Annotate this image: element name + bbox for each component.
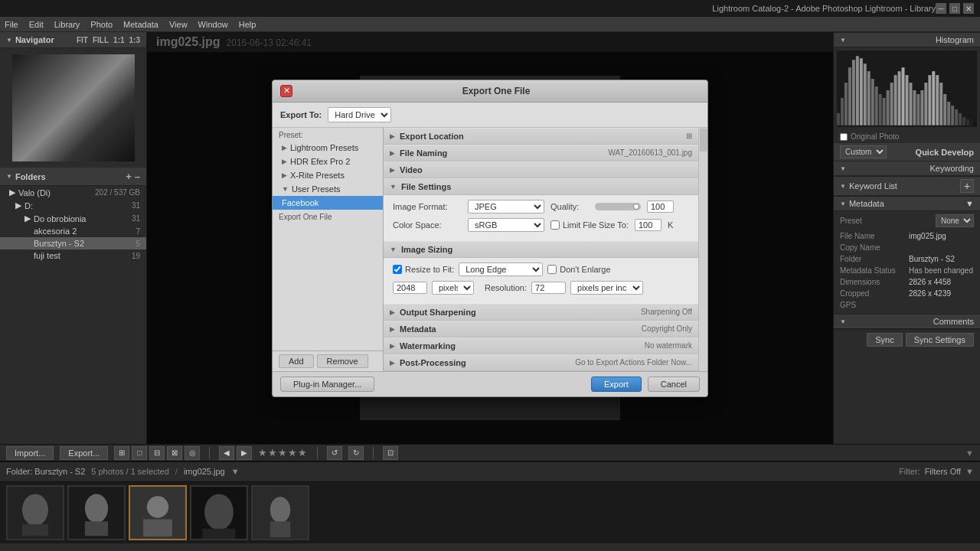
menu-window[interactable]: Window	[198, 20, 228, 29]
menu-view[interactable]: View	[169, 20, 188, 29]
folder-valo-expand: ▶	[9, 187, 15, 197]
dont-enlarge-label: Don't Enlarge	[547, 265, 610, 274]
menu-metadata[interactable]: Metadata	[123, 20, 158, 29]
output-sharpening-header[interactable]: ▶ Output Sharpening Sharpening Off	[384, 304, 698, 321]
metadata-header[interactable]: ▼ Metadata ▼	[834, 196, 980, 211]
grid-view-button[interactable]: ⊞	[114, 446, 129, 460]
minimize-button[interactable]: ─	[936, 3, 946, 14]
scroll-handle[interactable]	[700, 129, 707, 152]
modal-close-button[interactable]: ✕	[280, 85, 292, 97]
original-photo-checkbox[interactable]	[840, 133, 848, 141]
quality-input[interactable]	[647, 201, 674, 213]
filter-dropdown-icon[interactable]: ▼	[965, 467, 974, 476]
plugin-manager-button[interactable]: Plug-in Manager...	[280, 377, 374, 392]
menu-photo[interactable]: Photo	[90, 20, 113, 29]
metadata-preset-select[interactable]: None	[936, 214, 974, 227]
preset-xrite[interactable]: ▶ X-Rite Presets	[273, 168, 383, 182]
settings-scrollbar[interactable]	[698, 128, 707, 371]
file-settings-header[interactable]: ▼ File Settings	[384, 178, 698, 195]
forward-button[interactable]: ▶	[237, 446, 252, 460]
back-button[interactable]: ◀	[219, 446, 234, 460]
dont-enlarge-checkbox[interactable]	[547, 265, 557, 274]
keywording-header[interactable]: ▼ Keywording	[834, 161, 980, 176]
export-button[interactable]: Export	[591, 377, 642, 392]
preset-user[interactable]: ▼ User Presets	[273, 182, 383, 196]
cancel-button[interactable]: Cancel	[648, 377, 700, 392]
navigator-header[interactable]: ▼ Navigator FIT FILL 1:1 1:3	[0, 32, 146, 48]
folder-obrobionia[interactable]: ▶ Do obrobionia 31	[0, 212, 146, 225]
maximize-button[interactable]: □	[949, 3, 960, 14]
menu-library[interactable]: Library	[54, 20, 80, 29]
quick-develop-select[interactable]: Custom	[840, 145, 887, 158]
nav-1-1[interactable]: 1:1	[113, 36, 124, 44]
folder-d[interactable]: ▶ D: 31	[0, 199, 146, 212]
meta-dimensions-label: Dimensions	[840, 278, 909, 286]
image-sizing-header[interactable]: ▼ Image Sizing	[384, 241, 698, 258]
keyword-add-button[interactable]: +	[960, 179, 974, 193]
resolution-input[interactable]	[531, 282, 566, 294]
folders-minus-icon[interactable]: –	[135, 171, 140, 182]
dimension-unit-select[interactable]: pixels	[432, 281, 474, 295]
comments-header[interactable]: ▼ Comments	[834, 314, 980, 329]
export-toolbar-button[interactable]: Export...	[60, 446, 108, 460]
filmstrip-thumb-1[interactable]	[6, 485, 64, 540]
import-button[interactable]: Import...	[6, 446, 54, 460]
folder-fuji[interactable]: fuji test 19	[0, 249, 146, 262]
resize-select[interactable]: Long Edge	[459, 262, 543, 276]
dimension-input[interactable]	[393, 282, 427, 294]
survey-extra-button[interactable]: ⊡	[383, 446, 398, 460]
file-naming-header[interactable]: ▶ File Naming WAT_20160613_001.jpg	[384, 145, 698, 161]
sync-settings-button[interactable]: Sync Settings	[906, 333, 974, 347]
people-view-button[interactable]: ◎	[185, 446, 200, 460]
meta-cropped-row: Cropped 2826 x 4239	[840, 288, 974, 299]
filmstrip-thumb-5[interactable]	[251, 485, 309, 540]
meta-filename-label: File Name	[840, 232, 909, 240]
preset-facebook[interactable]: Facebook	[273, 196, 383, 210]
limit-size-input[interactable]	[635, 219, 662, 231]
resize-checkbox[interactable]	[393, 265, 402, 274]
histogram-header[interactable]: ▼ Histogram	[834, 32, 980, 47]
filmstrip-thumb-2[interactable]	[67, 485, 126, 540]
compare-view-button[interactable]: ⊟	[149, 446, 165, 460]
folder-bursztyn[interactable]: Bursztyn - S2 5	[0, 237, 146, 249]
color-space-select[interactable]: sRGB	[468, 218, 544, 232]
keyword-list-header[interactable]: ▼ Keyword List +	[834, 176, 980, 196]
folder-akcesoria[interactable]: akcesoria 2 7	[0, 225, 146, 237]
folders-header[interactable]: ▼ Folders + –	[0, 168, 146, 186]
quality-slider[interactable]	[595, 203, 641, 210]
preset-remove-button[interactable]: Remove	[317, 354, 368, 368]
resolution-unit-select[interactable]: pixels per inch	[570, 281, 643, 295]
menu-edit[interactable]: Edit	[29, 20, 44, 29]
filmstrip-filter-area: Filter: Filters Off ▼	[899, 467, 974, 476]
menu-file[interactable]: File	[5, 20, 18, 29]
export-to-select[interactable]: Hard Drive	[328, 107, 391, 122]
nav-fill[interactable]: FILL	[93, 36, 109, 44]
metadata-section-header[interactable]: ▶ Metadata Copyright Only	[384, 321, 698, 337]
preset-add-button[interactable]: Add	[279, 354, 314, 368]
filmstrip-thumb-3-selected[interactable]	[129, 485, 187, 540]
preset-lightroom[interactable]: ▶ Lightroom Presets	[273, 141, 383, 155]
close-button[interactable]: ✕	[963, 3, 974, 14]
rotate-left-button[interactable]: ↺	[327, 446, 342, 460]
limit-size-checkbox[interactable]	[550, 220, 560, 230]
menu-bar: File Edit Library Photo Metadata View Wi…	[0, 17, 980, 32]
video-header[interactable]: ▶ Video	[384, 161, 698, 178]
post-processing-header[interactable]: ▶ Post-Processing Go to Export Actions F…	[384, 354, 698, 371]
preset-hdr[interactable]: ▶ HDR Efex Pro 2	[273, 155, 383, 168]
export-location-header[interactable]: ▶ Export Location ⊞	[384, 128, 698, 145]
survey-view-button[interactable]: ⊠	[167, 446, 182, 460]
folder-valo[interactable]: ▶ Valo (Di) 202 / 537 GB	[0, 186, 146, 199]
rotate-right-button[interactable]: ↻	[348, 446, 364, 460]
filmstrip-controls: Folder: Bursztyn - S2 5 photos / 1 selec…	[0, 462, 980, 482]
nav-fit[interactable]: FIT	[77, 36, 88, 44]
filmstrip-thumb-4[interactable]	[190, 485, 248, 540]
sync-button[interactable]: Sync	[867, 333, 902, 347]
star-rating[interactable]: ★★★★★	[258, 447, 308, 458]
menu-help[interactable]: Help	[239, 20, 256, 29]
image-format-select[interactable]: JPEG	[468, 200, 544, 214]
nav-ratio[interactable]: 1:3	[129, 36, 140, 44]
filmstrip-dropdown[interactable]: ▼	[231, 467, 240, 476]
folders-add-icon[interactable]: +	[126, 171, 132, 182]
loupe-view-button[interactable]: □	[132, 446, 147, 460]
watermarking-header[interactable]: ▶ Watermarking No watermark	[384, 337, 698, 354]
